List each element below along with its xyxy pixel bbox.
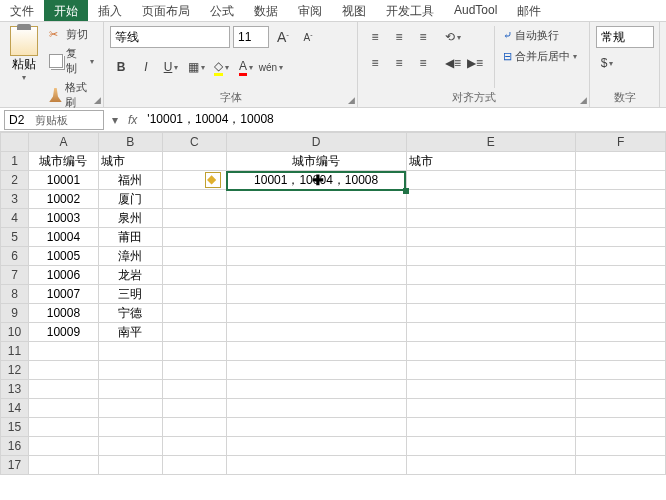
cell[interactable]: 福州: [98, 171, 162, 190]
row-header-9[interactable]: 9: [1, 304, 29, 323]
cell[interactable]: [226, 266, 406, 285]
cell[interactable]: [406, 342, 576, 361]
cell[interactable]: [406, 418, 576, 437]
merge-center-button[interactable]: ⊟合并后居中▾: [499, 47, 581, 66]
cell[interactable]: 10008: [28, 304, 98, 323]
cell[interactable]: [28, 380, 98, 399]
cell[interactable]: 城市: [98, 152, 162, 171]
row-header-17[interactable]: 17: [1, 456, 29, 475]
fx-icon[interactable]: fx: [122, 113, 143, 127]
underline-button[interactable]: U: [160, 56, 182, 78]
cell[interactable]: [162, 399, 226, 418]
align-left-button[interactable]: ≡: [364, 52, 386, 74]
col-header-B[interactable]: B: [98, 133, 162, 152]
cell[interactable]: [226, 304, 406, 323]
cell[interactable]: 城市编号: [226, 152, 406, 171]
cell[interactable]: [226, 418, 406, 437]
cell[interactable]: [162, 418, 226, 437]
accounting-format-button[interactable]: $: [596, 52, 618, 74]
decrease-indent-button[interactable]: ◀≡: [442, 52, 464, 74]
cell[interactable]: [226, 228, 406, 247]
bold-button[interactable]: B: [110, 56, 132, 78]
cell[interactable]: 10006: [28, 266, 98, 285]
dialog-launcher-icon[interactable]: ◢: [345, 95, 355, 105]
cell[interactable]: [28, 342, 98, 361]
cell[interactable]: [406, 247, 576, 266]
row-header-3[interactable]: 3: [1, 190, 29, 209]
col-header-C[interactable]: C: [162, 133, 226, 152]
cell[interactable]: [98, 361, 162, 380]
cell[interactable]: [28, 399, 98, 418]
tab-数据[interactable]: 数据: [244, 0, 288, 21]
cell[interactable]: [576, 323, 666, 342]
cell[interactable]: [162, 266, 226, 285]
cell[interactable]: [406, 304, 576, 323]
tab-开发工具[interactable]: 开发工具: [376, 0, 444, 21]
cell[interactable]: 10004: [28, 228, 98, 247]
border-button[interactable]: ▦: [185, 56, 207, 78]
cell[interactable]: [226, 190, 406, 209]
cell[interactable]: [226, 456, 406, 475]
cell[interactable]: [162, 323, 226, 342]
name-box-dropdown[interactable]: ▾: [108, 113, 122, 127]
cell[interactable]: [226, 247, 406, 266]
orientation-button[interactable]: ⟲: [442, 26, 464, 48]
cell[interactable]: [576, 152, 666, 171]
cell[interactable]: [162, 190, 226, 209]
cell[interactable]: [28, 418, 98, 437]
tab-公式[interactable]: 公式: [200, 0, 244, 21]
cell[interactable]: [576, 437, 666, 456]
cell[interactable]: [576, 418, 666, 437]
cell[interactable]: [576, 285, 666, 304]
cell[interactable]: [162, 437, 226, 456]
cell[interactable]: [576, 171, 666, 190]
cell[interactable]: [226, 437, 406, 456]
row-header-12[interactable]: 12: [1, 361, 29, 380]
cell[interactable]: [576, 399, 666, 418]
cell[interactable]: [98, 456, 162, 475]
cell[interactable]: [576, 456, 666, 475]
row-header-16[interactable]: 16: [1, 437, 29, 456]
align-right-button[interactable]: ≡: [412, 52, 434, 74]
increase-indent-button[interactable]: ▶≡: [464, 52, 486, 74]
cell[interactable]: [98, 380, 162, 399]
cell[interactable]: [226, 285, 406, 304]
row-header-5[interactable]: 5: [1, 228, 29, 247]
cell[interactable]: [576, 361, 666, 380]
increase-font-button[interactable]: Aˆ: [272, 26, 294, 48]
cell[interactable]: 10003: [28, 209, 98, 228]
font-color-button[interactable]: A: [235, 56, 257, 78]
cell[interactable]: [162, 228, 226, 247]
cell[interactable]: 宁德: [98, 304, 162, 323]
cell[interactable]: [28, 437, 98, 456]
cell[interactable]: 10007: [28, 285, 98, 304]
cell[interactable]: 10001，10004，10008: [226, 171, 406, 190]
tab-视图[interactable]: 视图: [332, 0, 376, 21]
cell[interactable]: [406, 380, 576, 399]
cell[interactable]: [226, 323, 406, 342]
cell[interactable]: [162, 285, 226, 304]
cell[interactable]: 泉州: [98, 209, 162, 228]
cell[interactable]: [406, 266, 576, 285]
cell[interactable]: [576, 266, 666, 285]
cell[interactable]: [576, 247, 666, 266]
dialog-launcher-icon[interactable]: ◢: [91, 95, 101, 105]
cell[interactable]: 南平: [98, 323, 162, 342]
cell[interactable]: 漳州: [98, 247, 162, 266]
tab-开始[interactable]: 开始: [44, 0, 88, 21]
tab-文件[interactable]: 文件: [0, 0, 44, 21]
dialog-launcher-icon[interactable]: ◢: [577, 95, 587, 105]
cell[interactable]: 莆田: [98, 228, 162, 247]
cell[interactable]: [162, 342, 226, 361]
cell[interactable]: [406, 437, 576, 456]
cell[interactable]: 10001: [28, 171, 98, 190]
wrap-text-button[interactable]: ⤶自动换行: [499, 26, 581, 45]
cell[interactable]: [576, 304, 666, 323]
cell[interactable]: [226, 380, 406, 399]
cell[interactable]: [576, 228, 666, 247]
cell[interactable]: [98, 437, 162, 456]
cell[interactable]: [576, 342, 666, 361]
cell[interactable]: [98, 418, 162, 437]
select-all-corner[interactable]: [1, 133, 29, 152]
fill-color-button[interactable]: ◇: [210, 56, 232, 78]
